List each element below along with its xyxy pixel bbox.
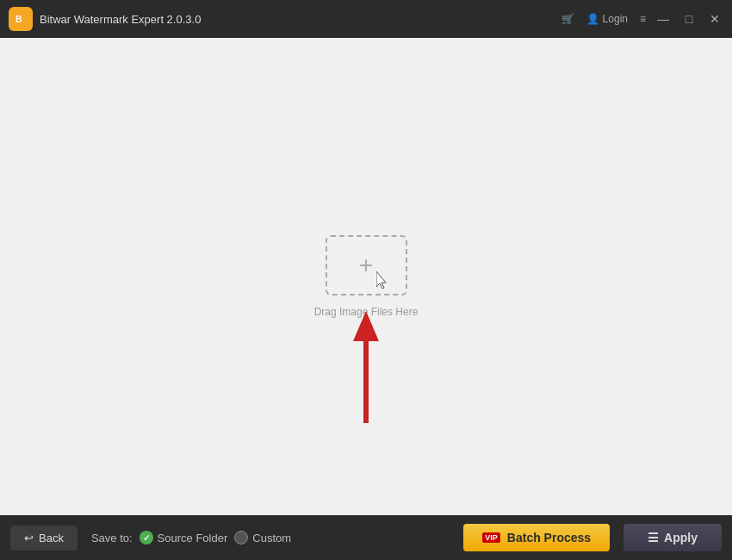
vip-badge: VIP (482, 532, 500, 543)
window-controls: — □ ✕ (654, 12, 723, 26)
main-content: + Drag Image Files Here (0, 38, 732, 515)
maximize-button[interactable]: □ (680, 12, 698, 26)
svg-marker-2 (376, 271, 386, 289)
svg-text:B: B (16, 14, 22, 24)
source-folder-radio[interactable]: Source Folder (140, 531, 228, 544)
user-button[interactable]: 👤 Login (586, 13, 628, 25)
drop-zone-container: + Drag Image Files Here (314, 235, 419, 318)
bottom-bar: ↩ Back Save to: Source Folder Custom VIP… (0, 515, 732, 560)
cursor-svg (376, 271, 392, 290)
custom-radio[interactable]: Custom (234, 531, 291, 544)
back-label: Back (39, 532, 64, 544)
apply-button[interactable]: ☰ Apply (623, 524, 722, 551)
save-to-section: Save to: Source Folder Custom (91, 531, 450, 544)
drop-zone[interactable]: + (326, 235, 407, 296)
apply-label: Apply (664, 531, 698, 544)
title-bar: B Bitwar Watermark Expert 2.0.3.0 🛒 👤 Lo… (0, 0, 732, 38)
cart-icon: 🛒 (561, 13, 574, 25)
drag-label: Drag Image Files Here (314, 306, 419, 318)
source-folder-label: Source Folder (158, 532, 228, 544)
svg-rect-3 (363, 337, 369, 423)
login-label: Login (603, 13, 628, 25)
title-bar-actions: 🛒 👤 Login ≡ (561, 13, 646, 25)
apply-icon: ☰ (648, 531, 659, 544)
plus-icon: + (359, 253, 373, 277)
menu-button[interactable]: ≡ (640, 13, 646, 25)
minimize-button[interactable]: — (654, 12, 672, 26)
app-title: Bitwar Watermark Expert 2.0.3.0 (40, 13, 561, 26)
app-logo: B (9, 7, 33, 31)
back-button[interactable]: ↩ Back (10, 526, 78, 551)
custom-radio-unchecked (234, 531, 248, 544)
batch-process-label: Batch Process (507, 531, 591, 544)
save-to-label: Save to: (91, 532, 133, 544)
menu-icon: ≡ (640, 13, 646, 25)
cart-button[interactable]: 🛒 (561, 13, 574, 25)
batch-process-button[interactable]: VIP Batch Process (463, 524, 610, 551)
red-arrow (353, 311, 379, 432)
user-icon: 👤 (586, 13, 599, 25)
back-arrow-icon: ↩ (24, 532, 34, 544)
custom-label: Custom (252, 532, 291, 544)
close-button[interactable]: ✕ (706, 12, 723, 26)
source-folder-radio-checked (140, 531, 153, 544)
